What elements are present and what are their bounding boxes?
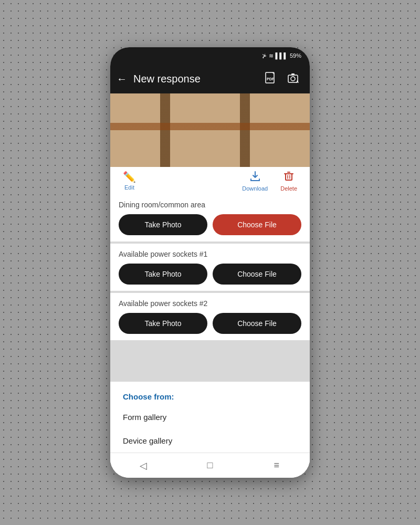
section-dining-label: Dining room/common area xyxy=(119,201,301,209)
phone-frame: ⊁ ≋ ▌▌▌ 59% ← New response PDF xyxy=(110,47,310,478)
choose-file-sockets2[interactable]: Choose File xyxy=(213,313,301,334)
status-icons: ⊁ ≋ ▌▌▌ 59% xyxy=(262,52,301,59)
section-sockets2-label: Available power sockets #2 xyxy=(119,299,301,308)
pdf-button[interactable]: PDF xyxy=(261,69,280,88)
section-sockets1-label: Available power sockets #1 xyxy=(119,250,301,258)
choose-file-dining[interactable]: Choose File xyxy=(213,214,301,235)
battery-level: 59% xyxy=(290,52,301,59)
header-actions: PDF A xyxy=(261,69,303,88)
back-button[interactable]: ← xyxy=(117,72,127,86)
svg-text:PDF: PDF xyxy=(267,77,275,81)
take-photo-sockets1[interactable]: Take Photo xyxy=(119,264,207,285)
delete-icon xyxy=(283,170,295,184)
section-dining-buttons: Take Photo Choose File xyxy=(119,214,301,235)
section-dining: Dining room/common area Take Photo Choos… xyxy=(110,194,310,242)
nav-home-button[interactable]: □ xyxy=(197,453,223,478)
section-sockets1-buttons: Take Photo Choose File xyxy=(119,264,301,285)
section-sockets2: Available power sockets #2 Take Photo Ch… xyxy=(110,293,310,340)
signal-bars: ▌▌▌ xyxy=(276,52,288,59)
take-photo-sockets2[interactable]: Take Photo xyxy=(119,313,207,334)
nav-back-button[interactable]: ◁ xyxy=(131,453,156,478)
nav-menu-button[interactable]: ≡ xyxy=(264,453,289,478)
choose-from-title: Choose from: xyxy=(110,382,310,405)
page-title: New response xyxy=(133,73,255,85)
edit-icon: ✏️ xyxy=(123,171,136,183)
main-content: ✏️ Edit Download xyxy=(110,93,310,478)
form-gallery-option[interactable]: Form gallery xyxy=(110,405,310,429)
download-button[interactable]: Download xyxy=(242,170,268,192)
take-photo-dining[interactable]: Take Photo xyxy=(119,214,207,235)
download-icon xyxy=(249,170,261,184)
photo-preview xyxy=(110,93,310,167)
nav-home-icon: □ xyxy=(207,460,213,471)
nav-menu-icon: ≡ xyxy=(274,460,279,471)
download-label: Download xyxy=(242,185,268,192)
svg-rect-7 xyxy=(286,174,292,180)
nav-bar: ◁ □ ≡ xyxy=(110,453,310,478)
back-icon: ← xyxy=(117,73,127,85)
status-bar: ⊁ ≋ ▌▌▌ 59% xyxy=(110,47,310,64)
pdf-icon: PDF xyxy=(264,71,278,86)
wifi-icon: ⊁ xyxy=(262,52,267,59)
svg-point-4 xyxy=(291,77,295,81)
delete-button[interactable]: Delete xyxy=(280,170,297,192)
action-bar: ✏️ Edit Download xyxy=(110,167,310,194)
section-sockets2-buttons: Take Photo Choose File xyxy=(119,313,301,334)
device-gallery-option[interactable]: Device gallery xyxy=(110,429,310,453)
delete-label: Delete xyxy=(280,185,297,192)
nav-back-icon: ◁ xyxy=(140,460,147,471)
edit-button[interactable]: ✏️ Edit xyxy=(123,171,136,191)
camera-scan-button[interactable]: A xyxy=(285,69,303,88)
app-header: ← New response PDF A xyxy=(110,64,310,93)
table-image xyxy=(110,93,310,167)
bottom-sheet: Choose from: Form gallery Device gallery… xyxy=(110,382,310,478)
choose-file-sockets1[interactable]: Choose File xyxy=(213,264,301,285)
edit-label: Edit xyxy=(124,184,134,191)
svg-text:A: A xyxy=(296,80,299,83)
scroll-area: Dining room/common area Take Photo Choos… xyxy=(110,194,310,382)
section-sockets1: Available power sockets #1 Take Photo Ch… xyxy=(110,244,310,291)
signal-icon: ≋ xyxy=(269,52,274,59)
camera-scan-icon: A xyxy=(287,71,301,86)
svg-rect-5 xyxy=(291,74,295,75)
